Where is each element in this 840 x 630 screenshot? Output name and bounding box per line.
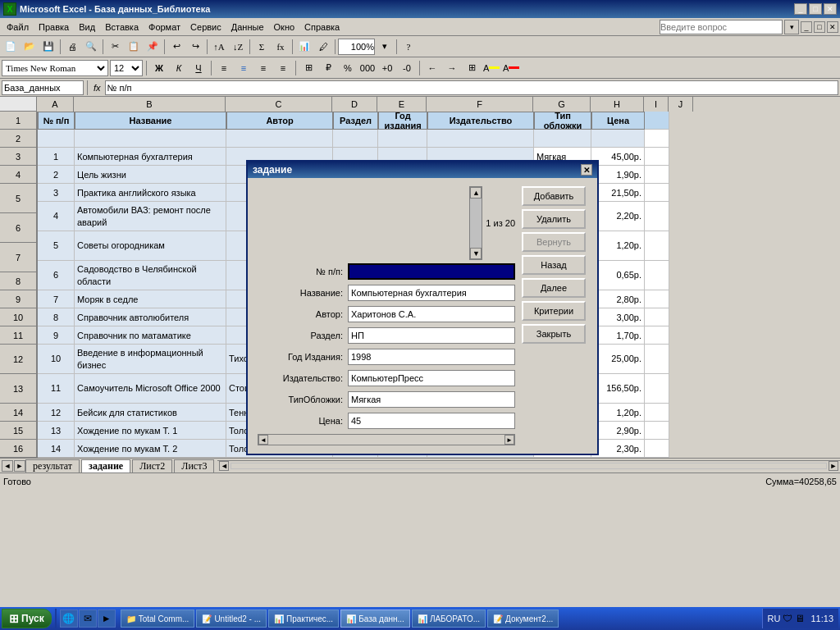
cell-f2[interactable] <box>427 130 534 148</box>
form-hscroll[interactable]: ◄ ► <box>258 434 515 445</box>
col-header-b[interactable]: B <box>74 97 226 112</box>
row-num-5[interactable]: 5 <box>0 184 37 213</box>
paste-fn-btn[interactable]: fx <box>272 38 290 56</box>
input-cover[interactable] <box>348 391 515 408</box>
fill-color-btn[interactable]: A <box>482 59 500 77</box>
save-btn[interactable]: 💾 <box>39 38 57 56</box>
media-btn[interactable]: ► <box>98 609 116 628</box>
row-num-9[interactable]: 9 <box>0 290 37 308</box>
row-num-4[interactable]: 4 <box>0 166 37 184</box>
col-header-h[interactable]: H <box>591 97 644 112</box>
form-dialog[interactable]: задание ✕ ▲ ▼ 1 из 20 <box>246 160 599 455</box>
cell-b6[interactable]: Автомобили ВАЗ: ремонт после аварий <box>75 202 226 231</box>
chart-btn[interactable]: 📊 <box>295 38 313 56</box>
currency-btn[interactable]: ₽ <box>319 59 337 77</box>
formula-input[interactable]: № п/п <box>105 80 838 95</box>
minimize-btn[interactable]: _ <box>794 3 807 15</box>
search-input[interactable] <box>660 20 783 34</box>
underline-btn[interactable]: Ч <box>189 59 208 77</box>
row-num-6[interactable]: 6 <box>0 213 37 243</box>
cell-a12[interactable]: 10 <box>38 345 75 374</box>
cell-h7[interactable]: 1,20р. <box>591 231 645 261</box>
start-button[interactable]: ⊞ Пуск <box>2 609 52 628</box>
indent-dec-btn[interactable]: ← <box>423 59 441 77</box>
cell-b5[interactable]: Практика английского языка <box>75 184 226 202</box>
cell-h15[interactable]: 2,90р. <box>591 422 645 440</box>
taskbar-untitled[interactable]: 📝 Untitled2 - ... <box>196 609 267 628</box>
cell-a1[interactable]: № п/п <box>38 112 75 130</box>
undo-btn[interactable]: ↩ <box>167 38 185 56</box>
cell-d1[interactable]: Раздел <box>333 112 378 130</box>
cell-a13[interactable]: 11 <box>38 374 75 404</box>
cut-btn[interactable]: ✂ <box>106 38 124 56</box>
cell-h9[interactable]: 2,80р. <box>591 290 645 308</box>
name-box[interactable]: База_данных <box>2 80 84 95</box>
zoom-input[interactable]: 100% <box>338 39 375 55</box>
row-num-11[interactable]: 11 <box>0 326 37 345</box>
sort-asc-btn[interactable]: ↑A <box>210 38 228 56</box>
draw-btn[interactable]: 🖊 <box>314 38 332 56</box>
cell-h4[interactable]: 1,90р. <box>591 166 645 184</box>
row-num-15[interactable]: 15 <box>0 422 37 440</box>
row-num-14[interactable]: 14 <box>0 404 37 422</box>
print-btn[interactable]: 🖨 <box>63 38 81 56</box>
col-header-j[interactable]: J <box>669 97 693 112</box>
add-btn[interactable]: Добавить <box>522 186 586 206</box>
form-scroll-up[interactable]: ▲ <box>470 187 482 199</box>
menu-file[interactable]: Файл <box>2 21 34 34</box>
scroll-left-btn[interactable]: ◄ <box>219 461 229 471</box>
input-publisher[interactable] <box>348 370 515 386</box>
taskbar-doc[interactable]: 📝 Документ2... <box>487 609 559 628</box>
row-num-7[interactable]: 7 <box>0 243 37 272</box>
cell-b9[interactable]: Моряк в седле <box>75 290 226 308</box>
criteria-btn[interactable]: Критерии <box>522 301 586 321</box>
prev-btn[interactable]: Назад <box>522 255 586 275</box>
form-scroll-down[interactable]: ▼ <box>470 248 482 259</box>
taskbar-practice[interactable]: 📊 Практичес... <box>268 609 339 628</box>
justify-btn[interactable]: ≡ <box>274 59 292 77</box>
new-btn[interactable]: 📄 <box>2 38 20 56</box>
cell-d2[interactable] <box>333 130 378 148</box>
close-dialog-btn[interactable]: Закрыть <box>522 324 586 344</box>
row-num-8[interactable]: 8 <box>0 272 37 290</box>
h-scroll[interactable]: ◄ ► <box>217 460 840 472</box>
zoom-dropdown[interactable]: ▾ <box>376 38 394 56</box>
input-price[interactable] <box>348 413 515 429</box>
cell-a15[interactable]: 13 <box>38 422 75 440</box>
cell-h8[interactable]: 0,65р. <box>591 261 645 290</box>
preview-btn[interactable]: 🔍 <box>82 38 100 56</box>
form-scroll-right[interactable]: ► <box>504 435 514 445</box>
cell-b10[interactable]: Справочник автолюбителя <box>75 308 226 326</box>
cell-b13[interactable]: Самоучитель Microsoft Office 2000 <box>75 374 226 404</box>
italic-btn[interactable]: К <box>170 59 188 77</box>
col-header-g[interactable]: G <box>533 97 591 112</box>
cell-b4[interactable]: Цель жизни <box>75 166 226 184</box>
col-header-f[interactable]: F <box>427 97 533 112</box>
scroll-right-btn[interactable]: ► <box>829 461 838 471</box>
copy-btn[interactable]: 📋 <box>125 38 143 56</box>
cell-a9[interactable]: 7 <box>38 290 75 308</box>
tab-zadanie[interactable]: задание <box>81 459 130 472</box>
cell-b11[interactable]: Справочник по матаматике <box>75 326 226 345</box>
cell-h2[interactable] <box>591 130 645 148</box>
row-num-2[interactable]: 2 <box>0 130 37 148</box>
menu-insert[interactable]: Вставка <box>100 21 144 34</box>
menu-close[interactable]: ✕ <box>827 21 838 33</box>
dialog-close-btn[interactable]: ✕ <box>581 164 592 176</box>
cell-c2[interactable] <box>226 130 333 148</box>
tab-list3[interactable]: Лист3 <box>174 459 214 472</box>
menu-window[interactable]: Окно <box>269 21 300 34</box>
redo-btn[interactable]: ↪ <box>186 38 204 56</box>
font-size-select[interactable]: 12 <box>110 60 143 76</box>
col-header-c[interactable]: C <box>226 97 332 112</box>
cell-b3[interactable]: Компьютерная бухгалтерия <box>75 148 226 166</box>
cell-a4[interactable]: 2 <box>38 166 75 184</box>
tab-rezultat[interactable]: результат <box>25 459 80 472</box>
cell-h13[interactable]: 156,50р. <box>591 374 645 404</box>
cell-g2[interactable] <box>534 130 591 148</box>
increase-dec-btn[interactable]: +0 <box>378 59 396 77</box>
paste-btn[interactable]: 📌 <box>144 38 162 56</box>
cell-b2[interactable] <box>75 130 226 148</box>
taskbar-lab[interactable]: 📊 ЛАБОРАТО... <box>412 609 486 628</box>
indent-inc-btn[interactable]: → <box>443 59 461 77</box>
